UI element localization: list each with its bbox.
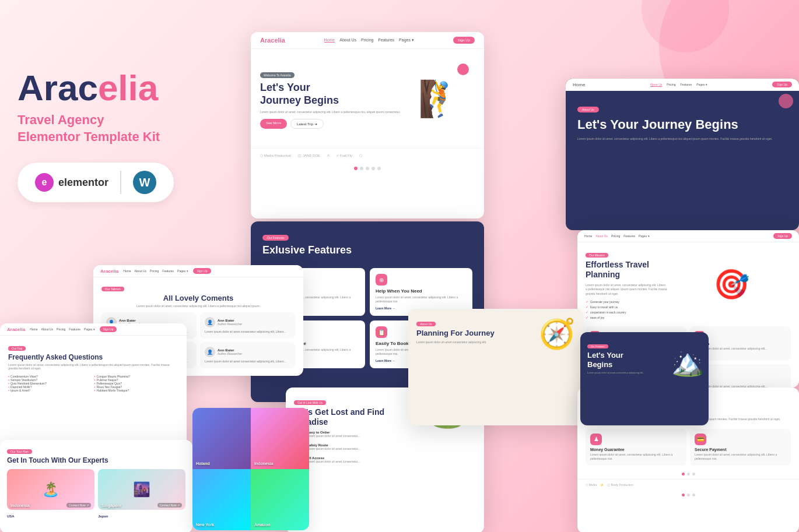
travel-feat-text-3: All Access Lorem ipsum dolor sit amet co… [307, 456, 360, 463]
dark-nav-pricing[interactable]: Pricing [667, 83, 675, 87]
travel-text: Get In Link With Us Let's Get Lost and F… [294, 396, 412, 466]
faq-nav-pages[interactable]: Pages ▾ [84, 327, 95, 331]
nav-link-pricing[interactable]: Pricing [361, 38, 373, 43]
feat-right-title: Effortless Travel Planning [586, 260, 667, 280]
feat-right-badge: Our Mission [586, 253, 608, 258]
faq-nav-pricing[interactable]: Pricing [57, 327, 65, 331]
feat-right-nav-pricing[interactable]: Pricing [611, 234, 620, 238]
dark-nav-links: About Us Pricing Features Pages ▾ [650, 83, 707, 87]
hero-desc: Lorem ipsum dolor sit amet, consectetur … [260, 110, 405, 114]
feature-desc-2: Lorem ipsum dolor sit amet, consectetur … [376, 295, 467, 304]
hero-circle-decoration [457, 64, 469, 75]
elementor-icon: e [35, 173, 54, 192]
feat-right-nav-btn[interactable]: Sign Up [773, 233, 792, 239]
money-dot-2[interactable] [687, 473, 690, 475]
divider-line [120, 171, 121, 194]
dot-5[interactable] [377, 167, 381, 170]
dest-card-indonesia-content: 🏝️ [42, 481, 59, 498]
nav-link-about[interactable]: About Us [339, 38, 356, 43]
faq-col-2: •Congue Mauris Pharetra? •Pulvinar Neque… [94, 375, 179, 392]
dark-hero-text: About Us Let's Your Journey Begins Lorem… [577, 103, 787, 142]
dark-nav-pages[interactable]: Pages ▾ [696, 83, 707, 87]
see-more-btn[interactable]: See More [260, 119, 287, 129]
bottom-dot-1[interactable] [682, 494, 685, 496]
money-footer-logo-3: ◫ Brody Production [607, 483, 633, 487]
money-card-2: 💳 Secure Payment Lorem ipsum dolor sit a… [690, 429, 791, 466]
journey-sm-title-l2: Begins [587, 360, 612, 369]
money-dot-3[interactable] [692, 473, 695, 475]
test-title: All Lovely Coments [101, 294, 295, 302]
faq-nav-features[interactable]: Features [69, 327, 80, 331]
latest-trip-btn[interactable]: Latest Trip ➔ [290, 119, 324, 129]
journey-sm-badge: Our Features [587, 344, 608, 348]
test-nav-link-pricing[interactable]: Pricing [150, 269, 159, 273]
feature-icon-4: 📋 [376, 326, 387, 338]
nav-logo-pink: elia [274, 37, 285, 44]
feat-right-nav-features[interactable]: Features [623, 234, 635, 238]
elementor-label: elementor [58, 177, 108, 189]
dark-nav-features[interactable]: Features [681, 83, 692, 87]
journey-sm-title-l1: Let's Your [587, 351, 623, 360]
planning-desc: Lorem ipsum dolor sit amet consectetur a… [416, 340, 533, 345]
nav-link-features[interactable]: Features [378, 38, 394, 43]
bottom-dot-2[interactable] [687, 494, 690, 496]
faq-badge: Our Faq [8, 346, 26, 351]
test-nav-link-features[interactable]: Features [162, 269, 174, 273]
test-badge: Our Talimon [101, 287, 124, 291]
dest-btn-singapore[interactable]: Contact Now ↗ [157, 503, 182, 508]
hero-section: Welcome To Aracelia Let's Your Journey B… [251, 49, 484, 148]
travel-feat-desc-3: Lorem ipsum dolor sit amet consectetur..… [307, 460, 360, 463]
faq-nav-home[interactable]: Home [30, 327, 37, 331]
holand-card-4: Amazon [251, 469, 309, 530]
nav-signup-btn[interactable]: Sign Up [453, 37, 475, 44]
dot-2[interactable] [360, 167, 363, 170]
dest-label-japan: Japan [98, 515, 185, 518]
travel-features: ✈ Easy to Order Lorem ipsum dolor sit am… [294, 431, 412, 466]
brand-name-dark: Arac [17, 68, 98, 108]
hero-text: Welcome To Aracelia Let's Your Journey B… [260, 68, 405, 129]
test-nav-link-home[interactable]: Home [123, 269, 131, 273]
planning-badge: About Us [416, 322, 436, 326]
test-nav-btn[interactable]: Sign Up [193, 268, 212, 274]
dot-1[interactable] [354, 167, 358, 170]
test-nav-link-about[interactable]: About Us [134, 269, 146, 273]
dot-4[interactable] [372, 167, 375, 170]
faq-mockup: Aracelia Home About Us Pricing Features … [0, 323, 187, 457]
hero-btns: See More Latest Trip ➔ [260, 119, 405, 129]
test-role-2: Author-Researcher [218, 322, 242, 326]
nav-link-home[interactable]: Home [324, 38, 335, 43]
faq-nav: Aracelia Home About Us Pricing Features … [0, 323, 187, 336]
dest-label-indonesia: Indonesia [10, 503, 30, 508]
bottom-dot-3[interactable] [692, 494, 695, 496]
feat-right-nav-about[interactable]: About Us [595, 234, 608, 238]
dot-3[interactable] [366, 167, 369, 170]
hero-badge: Welcome To Aracelia [260, 72, 295, 78]
planning-text: About Us Planning For Journey Lorem ipsu… [416, 317, 533, 351]
feat-right-nav-home[interactable]: Home [584, 234, 592, 238]
test-nav-link-pages[interactable]: Pages ▾ [177, 269, 188, 273]
faq-content: Our Faq Frequently Asked Questions Lorem… [0, 336, 187, 398]
test-text-2: Lorem ipsum dolor sit amet consectetur a… [205, 330, 290, 334]
travel-feat-1: ✈ Easy to Order Lorem ipsum dolor sit am… [294, 431, 412, 440]
money-dot-1[interactable] [682, 473, 685, 475]
wordpress-icon: W [133, 171, 156, 194]
dest-btn-indonesia[interactable]: Contact Now ↗ [66, 503, 91, 508]
holand-label-4: Amazon [254, 523, 270, 527]
main-hero-mockup: Aracelia Home About Us Pricing Features … [251, 32, 484, 219]
hero-title: Let's Your Journey Begins [260, 82, 405, 107]
faq-nav-btn[interactable]: Sign Up [100, 326, 117, 332]
travel-feat-2: 🛡 Safety Route Lorem ipsum dolor sit ame… [294, 443, 412, 453]
feat-right-nav-pages[interactable]: Pages ▾ [639, 234, 650, 238]
features-header: Our Features Exlusive Features [251, 221, 484, 263]
money-grid: ♟ Money Guarantee Lorem ipsum dolor sit … [577, 425, 799, 469]
dark-nav-about[interactable]: About Us [650, 83, 663, 87]
dark-nav-home[interactable]: Home [573, 82, 585, 87]
nav-link-pages[interactable]: Pages ▾ [399, 38, 414, 43]
money-card-title-2: Secure Payment [695, 448, 786, 452]
money-card-icon-1: ♟ [590, 434, 602, 445]
brand-tagline: Travel Agency Elementor Template Kit [17, 112, 239, 145]
dark-nav: Home About Us Pricing Features Pages ▾ S… [566, 79, 799, 91]
faq-nav-about[interactable]: About Us [41, 327, 53, 331]
dark-nav-btn[interactable]: Sign Up [772, 82, 792, 87]
brand-section: Aracelia Travel Agency Elementor Templat… [17, 70, 239, 202]
